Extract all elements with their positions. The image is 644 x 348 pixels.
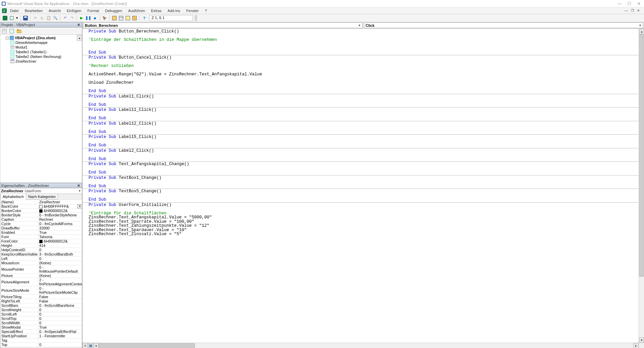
code-line[interactable]: [89, 180, 639, 184]
code-line[interactable]: End Sub: [89, 170, 639, 175]
project-tree[interactable]: - VBAProject (Zins.xlsm) DieseArbeitsmap…: [0, 35, 82, 183]
menu-extras[interactable]: Extras: [148, 8, 164, 13]
object-combo[interactable]: Button_Berechnen ▼: [83, 22, 363, 28]
property-value[interactable]: True: [39, 325, 82, 330]
property-row[interactable]: BorderColor&H80000012&: [1, 209, 83, 213]
property-value[interactable]: 0: [39, 317, 82, 321]
procedure-view-icon[interactable]: ≡: [83, 343, 88, 348]
property-value[interactable]: 414: [39, 243, 82, 248]
design-mode-icon[interactable]: [102, 15, 108, 21]
property-value[interactable]: 3 - fmScrollBarsBoth: [39, 252, 82, 257]
menu-ausfuehren[interactable]: Ausführen: [125, 8, 148, 13]
property-row[interactable]: EnabledTrue: [1, 230, 83, 235]
property-value[interactable]: 0: [39, 308, 82, 312]
property-row[interactable]: ScrollLeft0: [1, 312, 83, 317]
property-row[interactable]: CaptionRechner: [1, 217, 83, 222]
property-row[interactable]: RightToLeftFalse: [1, 299, 83, 303]
property-value[interactable]: (Keine): [39, 274, 82, 278]
property-value[interactable]: 0 - fmMousePointerDefault: [39, 265, 82, 274]
property-value[interactable]: False: [39, 295, 82, 299]
code-line[interactable]: Private Sub Label11_Click(): [89, 108, 639, 112]
property-value[interactable]: 0 - fmCycleAllForms: [39, 222, 82, 226]
menu-addins[interactable]: Add-Ins: [165, 8, 183, 13]
code-line[interactable]: [89, 77, 639, 81]
code-line[interactable]: [89, 42, 639, 47]
save-icon[interactable]: [22, 15, 29, 21]
property-value[interactable]: (Keine): [39, 261, 82, 265]
property-row[interactable]: HelpContextID0: [1, 248, 83, 252]
props-object-selector[interactable]: ZinsRechner UserForm ▼: [0, 188, 82, 194]
code-line[interactable]: [89, 207, 639, 211]
code-line[interactable]: Private Sub Label12_Click(): [89, 122, 639, 126]
property-row[interactable]: ScrollWidth0: [1, 321, 83, 325]
property-row[interactable]: KeepScrollBarsVisible3 - fmScrollBarsBot…: [1, 252, 83, 257]
property-value[interactable]: Tahoma: [39, 235, 82, 239]
code-line[interactable]: [89, 139, 639, 144]
code-line[interactable]: Private Sub Text_Anfangskapital_Change(): [89, 162, 639, 166]
code-line[interactable]: [89, 166, 639, 171]
help-icon[interactable]: ?: [141, 15, 147, 21]
code-editor[interactable]: Private Sub Button_Berechnen_Click() 'Ei…: [83, 29, 639, 343]
menu-einfuegen[interactable]: Einfügen: [64, 8, 84, 13]
code-line[interactable]: Private Sub TextBox1_Change(): [89, 176, 639, 180]
code-line[interactable]: [89, 112, 639, 117]
tab-categorized[interactable]: Nach Kategorien: [26, 194, 58, 200]
project-tree-item[interactable]: Tabelle2 (Neben Rechnung): [10, 54, 81, 59]
scroll-up-icon[interactable]: ▴: [639, 29, 644, 34]
code-line[interactable]: End Sub: [89, 89, 639, 93]
property-value[interactable]: 0 - fmBorderStyleNone: [39, 213, 82, 217]
property-value[interactable]: False: [39, 299, 82, 303]
code-line[interactable]: End Sub: [89, 103, 639, 107]
undo-icon[interactable]: ↶: [62, 15, 68, 21]
property-row[interactable]: StartUpPosition1 - Fenstermitte: [1, 334, 83, 338]
property-row[interactable]: PictureSizeMode0 - fmPictureSizeModeClip: [1, 286, 83, 295]
property-value[interactable]: Rechner: [39, 217, 82, 222]
code-line[interactable]: Private Sub Label1_Click(): [89, 94, 639, 99]
horizontal-scrollbar[interactable]: ≡ ▤ ◂ ▸: [83, 343, 639, 348]
code-line[interactable]: Private Sub Label15_Click(): [89, 135, 639, 139]
code-line[interactable]: Private Sub TextBox5_Change(): [89, 189, 639, 194]
procedure-combo[interactable]: Click ▼: [364, 22, 643, 28]
menu-ansicht[interactable]: Ansicht: [46, 8, 63, 13]
find-icon[interactable]: 🔍: [52, 15, 58, 21]
code-line[interactable]: ZinsRechner.Text_Zinssatz.Value = "5": [89, 232, 639, 236]
property-value[interactable]: 0: [39, 312, 82, 317]
code-line[interactable]: ZinsRechner.Text_Zahlungszeitpunkte.Valu…: [89, 224, 639, 228]
copy-icon[interactable]: ⎘: [39, 15, 45, 21]
view-excel-icon[interactable]: [2, 15, 8, 21]
code-line[interactable]: Private Sub Button_Berechnen_Click(): [89, 29, 639, 34]
menu-fenster[interactable]: Fenster: [183, 8, 201, 13]
code-line[interactable]: Private Sub Label2_Click(): [89, 149, 639, 153]
mdi-minimize[interactable]: —: [624, 9, 629, 12]
code-line[interactable]: ZinsRechner.Text_Anfangskapital.Value = …: [89, 215, 639, 220]
full-module-view-icon[interactable]: ▤: [88, 343, 93, 348]
code-line[interactable]: [89, 46, 639, 51]
property-row[interactable]: BorderStyle0 - fmBorderStyleNone: [1, 213, 83, 217]
properties-window-icon[interactable]: [118, 15, 124, 21]
property-row[interactable]: Height414: [1, 243, 83, 248]
tab-alphabetical[interactable]: Alphabetisch: [0, 194, 26, 200]
property-row[interactable]: ShowModalTrue: [1, 325, 83, 330]
property-value[interactable]: 0: [39, 257, 82, 261]
code-line[interactable]: End Sub: [89, 157, 639, 161]
project-tree-item[interactable]: ZinsRechner: [10, 59, 81, 64]
property-value[interactable]: 0: [39, 248, 82, 252]
property-row[interactable]: MouseIcon(Keine): [1, 261, 83, 265]
minimize-button[interactable]: —: [618, 1, 622, 6]
toolbar-grip[interactable]: [195, 15, 197, 21]
code-line[interactable]: End Sub: [89, 116, 639, 121]
project-tree-item[interactable]: Tabelle1 (Tabelle1): [10, 50, 81, 54]
property-value[interactable]: True: [39, 230, 82, 235]
redo-icon[interactable]: ↷: [69, 15, 75, 21]
vertical-scrollbar[interactable]: ▴ ▾: [639, 29, 644, 343]
property-row[interactable]: (Name)ZinsRechner: [1, 200, 83, 204]
property-value[interactable]: 2 - fmPictureAlignmentCenter: [39, 278, 82, 286]
code-line[interactable]: End Sub: [89, 198, 639, 202]
mdi-restore[interactable]: ❐: [630, 9, 635, 12]
property-row[interactable]: BackColor&H00FFFFFF&▼: [1, 204, 83, 209]
property-row[interactable]: Left0: [1, 257, 83, 261]
property-value[interactable]: 32000: [39, 226, 82, 230]
code-line[interactable]: [89, 194, 639, 198]
paste-icon[interactable]: 📋: [46, 15, 52, 21]
code-line[interactable]: 'Rechner schließen: [89, 64, 639, 68]
